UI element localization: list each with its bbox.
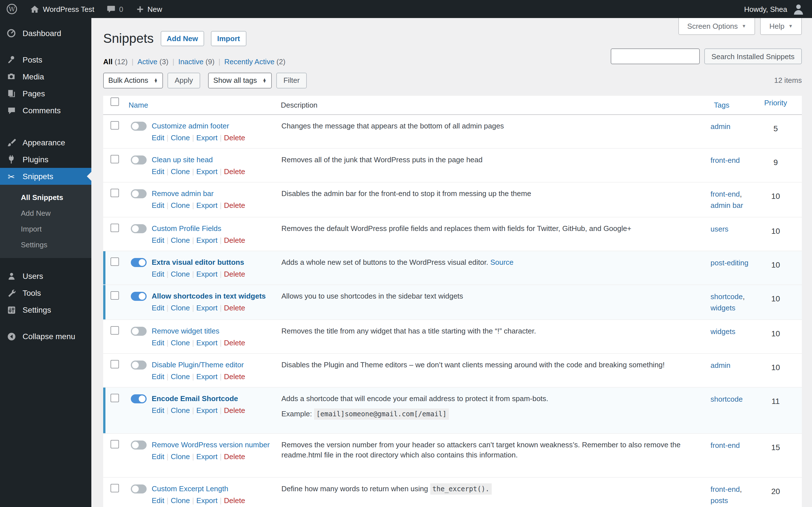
snippet-name-link[interactable]: Custom Excerpt Length: [152, 485, 229, 493]
tag-link[interactable]: front-end: [711, 190, 740, 198]
row-action-edit[interactable]: Edit: [152, 406, 164, 414]
add-new-button[interactable]: Add New: [160, 31, 204, 47]
row-action-export[interactable]: Export: [196, 496, 217, 505]
search-snippets-button[interactable]: Search Installed Snippets: [704, 48, 802, 64]
row-action-edit[interactable]: Edit: [152, 201, 164, 210]
snippet-name-link[interactable]: Remove WordPress version number: [152, 441, 270, 449]
row-action-export[interactable]: Export: [196, 372, 217, 381]
row-action-export[interactable]: Export: [196, 167, 217, 176]
snippet-name-link[interactable]: Disable Plugin/Theme editor: [152, 360, 244, 369]
row-action-clone[interactable]: Clone: [171, 406, 190, 414]
sort-by-priority[interactable]: Priority: [764, 99, 787, 107]
row-action-export[interactable]: Export: [196, 339, 217, 347]
filter-inactive[interactable]: Inactive (9): [178, 57, 214, 66]
row-action-delete[interactable]: Delete: [224, 201, 245, 210]
snippet-toggle[interactable]: [131, 258, 147, 267]
row-action-edit[interactable]: Edit: [152, 496, 164, 505]
snippet-toggle[interactable]: [131, 327, 147, 336]
row-action-edit[interactable]: Edit: [152, 133, 164, 142]
snippet-name-link[interactable]: Remove widget titles: [152, 327, 219, 335]
row-action-delete[interactable]: Delete: [224, 133, 245, 142]
row-action-clone[interactable]: Clone: [171, 201, 190, 210]
snippet-toggle[interactable]: [131, 224, 147, 233]
row-action-delete[interactable]: Delete: [224, 236, 245, 244]
snippet-name-link[interactable]: Custom Profile Fields: [152, 224, 221, 233]
snippet-toggle[interactable]: [131, 394, 147, 403]
row-action-clone[interactable]: Clone: [171, 452, 190, 461]
tag-link[interactable]: widgets: [711, 327, 735, 336]
row-action-export[interactable]: Export: [196, 236, 217, 244]
sidebar-item-posts[interactable]: Posts: [0, 51, 91, 68]
sidebar-item-settings[interactable]: Settings: [0, 301, 91, 318]
account-menu[interactable]: Howdy, Shea: [744, 0, 812, 18]
snippet-toggle[interactable]: [131, 156, 147, 165]
row-action-export[interactable]: Export: [196, 304, 217, 312]
snippet-name-link[interactable]: Extra visual editor buttons: [152, 258, 244, 267]
snippet-toggle[interactable]: [131, 189, 147, 198]
comments-menu[interactable]: 0: [101, 0, 130, 18]
submenu-all-snippets[interactable]: All Snippets: [0, 189, 91, 205]
snippet-toggle[interactable]: [131, 292, 147, 301]
row-action-edit[interactable]: Edit: [152, 167, 164, 176]
tag-link[interactable]: admin: [711, 361, 730, 370]
snippet-name-link[interactable]: Remove admin bar: [152, 189, 214, 198]
submenu-import[interactable]: Import: [0, 221, 91, 237]
wordpress-logo-menu[interactable]: W: [0, 0, 24, 18]
tag-link[interactable]: shortcode: [711, 292, 743, 301]
snippet-toggle[interactable]: [131, 122, 147, 131]
row-action-delete[interactable]: Delete: [224, 167, 245, 176]
import-button[interactable]: Import: [211, 31, 246, 47]
tag-link[interactable]: admin: [711, 122, 730, 131]
row-action-edit[interactable]: Edit: [152, 339, 164, 347]
sidebar-item-users[interactable]: Users: [0, 268, 91, 284]
snippet-name-link[interactable]: Customize admin footer: [152, 122, 229, 130]
snippet-toggle[interactable]: [131, 485, 147, 494]
row-checkbox[interactable]: [110, 258, 119, 266]
row-action-export[interactable]: Export: [196, 201, 217, 210]
row-action-edit[interactable]: Edit: [152, 304, 164, 312]
row-checkbox[interactable]: [110, 360, 119, 369]
row-action-clone[interactable]: Clone: [171, 339, 190, 347]
row-action-edit[interactable]: Edit: [152, 372, 164, 381]
tag-link[interactable]: front-end: [711, 485, 740, 494]
apply-button[interactable]: Apply: [167, 73, 200, 89]
row-action-export[interactable]: Export: [196, 452, 217, 461]
sidebar-item-pages[interactable]: Pages: [0, 85, 91, 102]
bulk-actions-select[interactable]: Bulk Actions ▲▼: [103, 73, 163, 89]
snippet-name-link[interactable]: Clean up site head: [152, 156, 213, 164]
row-action-delete[interactable]: Delete: [224, 406, 245, 414]
sort-by-tags[interactable]: Tags: [714, 101, 729, 109]
snippet-toggle[interactable]: [131, 441, 147, 450]
row-checkbox[interactable]: [110, 155, 119, 163]
row-action-export[interactable]: Export: [196, 133, 217, 142]
row-checkbox[interactable]: [110, 224, 119, 232]
sidebar-item-appearance[interactable]: Appearance: [0, 134, 91, 151]
row-action-delete[interactable]: Delete: [224, 304, 245, 312]
row-action-delete[interactable]: Delete: [224, 452, 245, 461]
new-content-menu[interactable]: New: [130, 0, 168, 18]
row-action-clone[interactable]: Clone: [171, 167, 190, 176]
row-action-export[interactable]: Export: [196, 270, 217, 278]
snippet-name-link[interactable]: Allow shortcodes in text widgets: [152, 292, 266, 300]
row-checkbox[interactable]: [110, 484, 119, 492]
filter-all[interactable]: All (12): [103, 57, 128, 66]
row-action-clone[interactable]: Clone: [171, 236, 190, 244]
tag-filter-select[interactable]: Show all tags ▲▼: [208, 73, 272, 89]
select-all-checkbox[interactable]: [110, 98, 119, 106]
row-action-clone[interactable]: Clone: [171, 270, 190, 278]
row-checkbox[interactable]: [110, 121, 119, 129]
search-input[interactable]: [610, 48, 700, 64]
row-action-delete[interactable]: Delete: [224, 372, 245, 381]
filter-active[interactable]: Active (3): [138, 57, 168, 66]
screen-options-tab[interactable]: Screen Options ▼: [678, 18, 755, 35]
tag-link[interactable]: widgets: [711, 304, 735, 312]
row-checkbox[interactable]: [110, 189, 119, 197]
row-action-clone[interactable]: Clone: [171, 304, 190, 312]
row-action-delete[interactable]: Delete: [224, 496, 245, 505]
sidebar-item-tools[interactable]: Tools: [0, 284, 91, 301]
sidebar-item-snippets[interactable]: ✂ Snippets: [0, 168, 91, 185]
site-name-menu[interactable]: WordPress Test: [24, 0, 101, 18]
sort-by-name[interactable]: Name: [129, 101, 148, 109]
sidebar-item-plugins[interactable]: Plugins: [0, 151, 91, 168]
submenu-add-new[interactable]: Add New: [0, 205, 91, 221]
